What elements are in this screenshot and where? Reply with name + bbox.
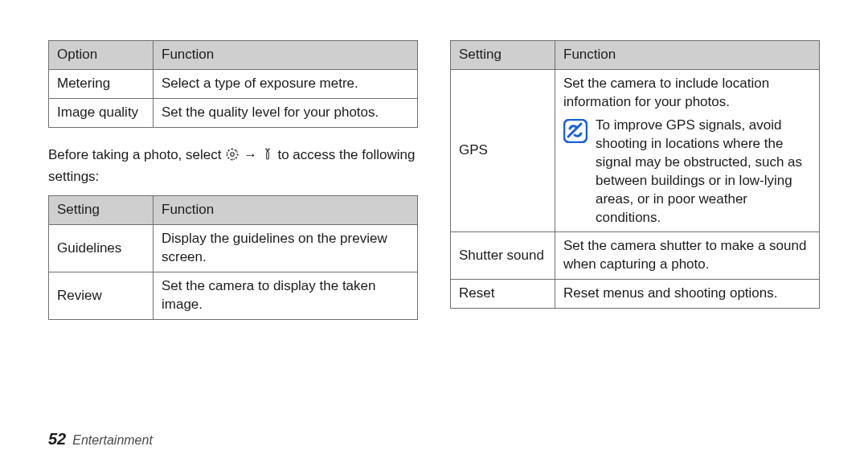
cell-function: Set the camera shutter to make a sound w… [555,232,820,280]
cell-option: Image quality [49,98,154,127]
table-header: Option Function [49,41,418,70]
table-header: Setting Function [49,196,418,225]
table-header: Setting Function [451,41,820,70]
intro-pre: Before taking a photo, select [48,147,225,162]
intro-text: Before taking a photo, select → to acces… [48,145,418,186]
gear-icon [225,147,240,167]
setting-table-right: Setting Function GPS Set the camera to i… [450,40,820,309]
header-setting: Setting [49,196,154,225]
gps-note-text: To improve GPS signals, avoid shooting i… [596,117,811,227]
table-row: Review Set the camera to display the tak… [49,272,418,320]
page-footer: 52 Entertainment [48,430,153,448]
cell-setting: Reset [451,280,555,309]
cell-function: Reset menus and shooting options. [555,280,820,309]
cell-setting: Guidelines [49,225,154,272]
table-row: Image quality Set the quality level for … [49,98,418,127]
table-row: GPS Set the camera to include location i… [451,69,820,232]
cell-setting: GPS [451,69,555,232]
cell-option: Metering [49,69,154,98]
table-row: Reset Reset menus and shooting options. [451,280,820,309]
header-option: Option [49,41,154,70]
section-name: Entertainment [72,433,153,448]
cell-function: Select a type of exposure metre. [154,69,418,98]
header-function: Function [154,41,418,70]
cell-setting: Shutter sound [451,232,555,280]
intro-mid: → [244,147,261,162]
header-function: Function [555,41,820,70]
header-setting: Setting [451,41,555,70]
wrench-icon [261,147,274,167]
table-row: Metering Select a type of exposure metre… [49,69,418,98]
page-number: 52 [48,430,66,448]
cell-setting: Review [49,272,154,320]
left-column: Option Function Metering Select a type o… [48,40,418,471]
right-column: Setting Function GPS Set the camera to i… [450,40,820,471]
note-icon [563,119,588,143]
cell-function: Set the camera to display the taken imag… [154,272,418,320]
cell-function: Display the guidelines on the preview sc… [154,225,418,272]
header-function: Function [154,196,418,225]
table-row: Guidelines Display the guidelines on the… [49,225,418,272]
table-row: Shutter sound Set the camera shutter to … [451,232,820,280]
cell-function-gps: Set the camera to include location infor… [555,69,820,232]
cell-function: Set the quality level for your photos. [154,98,418,127]
svg-point-0 [231,153,235,157]
gps-note: To improve GPS signals, avoid shooting i… [563,117,811,227]
option-table: Option Function Metering Select a type o… [48,40,418,128]
gps-line: Set the camera to include location infor… [563,75,811,112]
setting-table: Setting Function Guidelines Display the … [48,195,418,320]
